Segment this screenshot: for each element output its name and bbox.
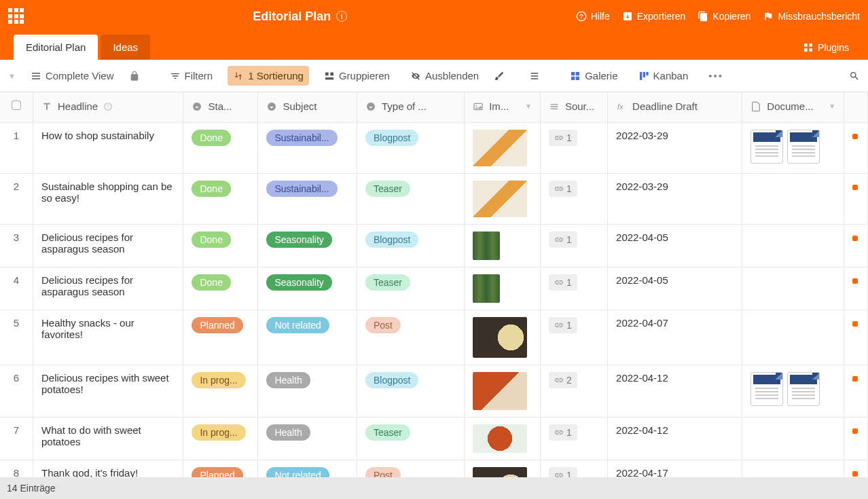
cell-subject[interactable]: Not related	[258, 460, 357, 477]
export-button[interactable]: Exportieren	[622, 11, 686, 22]
help-button[interactable]: ? Hilfe	[576, 11, 610, 22]
chevron-down-icon[interactable]: ▼	[8, 72, 16, 80]
cell-source[interactable]: 1	[540, 417, 607, 460]
sort-button[interactable]: 1 Sortierung	[228, 66, 309, 86]
col-image[interactable]: Im...▼	[465, 92, 541, 122]
tab-ideas[interactable]: Ideas	[101, 35, 150, 60]
source-badge[interactable]: 1	[549, 274, 577, 291]
cell-headline[interactable]: Delicious recipes with sweet potatoes!	[33, 365, 183, 417]
cell-deadline[interactable]: 2022-04-05	[608, 267, 742, 310]
image-thumbnail[interactable]	[473, 181, 527, 217]
cell-type[interactable]: Teaser	[357, 267, 464, 310]
hide-button[interactable]: Ausblenden	[405, 66, 484, 86]
copy-button[interactable]: Kopieren	[698, 11, 751, 22]
cell-image[interactable]	[465, 365, 541, 417]
cell-status[interactable]: Done	[183, 224, 258, 267]
cell-source[interactable]: 2	[540, 365, 607, 417]
col-source[interactable]: Sour...	[540, 92, 607, 122]
cell-subject[interactable]: Sustainabil...	[258, 173, 357, 224]
table-row[interactable]: 4 Delicious recipes for asparagus season…	[0, 267, 868, 310]
col-type[interactable]: Type of ...	[357, 92, 464, 122]
tab-editorial-plan[interactable]: Editorial Plan	[14, 35, 98, 60]
apps-icon[interactable]	[8, 8, 24, 24]
row-height-icon[interactable]	[529, 71, 540, 81]
cell-deadline[interactable]: 2022-04-12	[608, 365, 742, 417]
table-row[interactable]: 6 Delicious recipes with sweet potatoes!…	[0, 365, 868, 417]
report-button[interactable]: Missbrauchsbericht	[763, 11, 860, 22]
cell-headline[interactable]: What to do with sweet potatoes	[33, 417, 183, 460]
lock-icon[interactable]	[129, 71, 140, 81]
cell-documents[interactable]	[742, 460, 844, 477]
document-icon[interactable]	[751, 372, 783, 406]
cell-status[interactable]: Done	[183, 173, 258, 224]
cell-subject[interactable]: Seasonality	[258, 224, 357, 267]
info-icon[interactable]: i	[336, 11, 347, 22]
group-button[interactable]: Gruppieren	[319, 66, 395, 86]
table-container[interactable]: Headline? Sta... Subject Type of ... Im.…	[0, 92, 868, 477]
table-row[interactable]: 3 Delicious recipes for asparagus season…	[0, 224, 868, 267]
doc-attachments[interactable]	[751, 372, 835, 406]
cell-subject[interactable]: Seasonality	[258, 267, 357, 310]
cell-deadline[interactable]: 2022-04-12	[608, 417, 742, 460]
source-badge[interactable]: 2	[549, 372, 577, 388]
cell-type[interactable]: Post	[357, 310, 464, 365]
image-thumbnail[interactable]	[473, 372, 527, 410]
table-row[interactable]: 1 How to shop sustainabily Done Sustaina…	[0, 122, 868, 173]
cell-status[interactable]: Planned	[183, 460, 258, 477]
cell-image[interactable]	[465, 173, 541, 224]
cell-documents[interactable]	[742, 122, 844, 173]
cell-headline[interactable]: Delicious recipes for asparagus season	[33, 267, 183, 310]
image-thumbnail[interactable]	[473, 274, 500, 303]
document-icon[interactable]	[787, 130, 820, 164]
cell-type[interactable]: Teaser	[357, 173, 464, 224]
table-row[interactable]: 8 Thank god, it's friday! Planned Not re…	[0, 460, 868, 477]
cell-source[interactable]: 1	[540, 267, 607, 310]
cell-deadline[interactable]: 2022-03-29	[608, 173, 742, 224]
cell-image[interactable]	[465, 417, 541, 460]
cell-status[interactable]: In prog...	[183, 417, 258, 460]
cell-subject[interactable]: Health	[258, 365, 357, 417]
source-badge[interactable]: 1	[549, 317, 577, 333]
image-thumbnail[interactable]	[473, 467, 527, 478]
cell-documents[interactable]	[742, 417, 844, 460]
image-thumbnail[interactable]	[473, 232, 500, 260]
cell-deadline[interactable]: 2022-03-29	[608, 122, 742, 173]
cell-source[interactable]: 1	[540, 122, 607, 173]
col-deadline[interactable]: fxDeadline Draft	[608, 92, 742, 122]
cell-headline[interactable]: Sustainable shopping can be so easy!	[33, 173, 183, 224]
cell-subject[interactable]: Health	[258, 417, 357, 460]
cell-subject[interactable]: Not related	[258, 310, 357, 365]
cell-image[interactable]	[465, 460, 541, 477]
table-row[interactable]: 2 Sustainable shopping can be so easy! D…	[0, 173, 868, 224]
cell-source[interactable]: 1	[540, 173, 607, 224]
col-subject[interactable]: Subject	[258, 92, 357, 122]
cell-deadline[interactable]: 2022-04-07	[608, 310, 742, 365]
cell-documents[interactable]	[742, 173, 844, 224]
cell-type[interactable]: Blogpost	[357, 365, 464, 417]
cell-source[interactable]: 1	[540, 310, 607, 365]
cell-type[interactable]: Blogpost	[357, 122, 464, 173]
cell-status[interactable]: Done	[183, 267, 258, 310]
cell-headline[interactable]: Delicious recipes for asparagus season	[33, 224, 183, 267]
document-icon[interactable]	[787, 372, 820, 406]
table-row[interactable]: 7 What to do with sweet potatoes In prog…	[0, 417, 868, 460]
source-badge[interactable]: 1	[549, 424, 577, 441]
cell-documents[interactable]	[742, 310, 844, 365]
col-checkbox[interactable]	[0, 92, 33, 122]
cell-source[interactable]: 1	[540, 460, 607, 477]
kanban-view-button[interactable]: Kanban	[633, 66, 694, 86]
cell-deadline[interactable]: 2022-04-05	[608, 224, 742, 267]
cell-status[interactable]: Done	[183, 122, 258, 173]
source-badge[interactable]: 1	[549, 181, 577, 197]
cell-source[interactable]: 1	[540, 224, 607, 267]
paint-icon[interactable]	[494, 71, 505, 81]
cell-subject[interactable]: Sustainabil...	[258, 122, 357, 173]
source-badge[interactable]: 1	[549, 232, 577, 248]
cell-image[interactable]	[465, 122, 541, 173]
source-badge[interactable]: 1	[549, 467, 577, 478]
cell-image[interactable]	[465, 224, 541, 267]
document-icon[interactable]	[751, 130, 783, 164]
source-badge[interactable]: 1	[549, 130, 577, 146]
image-thumbnail[interactable]	[473, 424, 527, 453]
cell-image[interactable]	[465, 310, 541, 365]
